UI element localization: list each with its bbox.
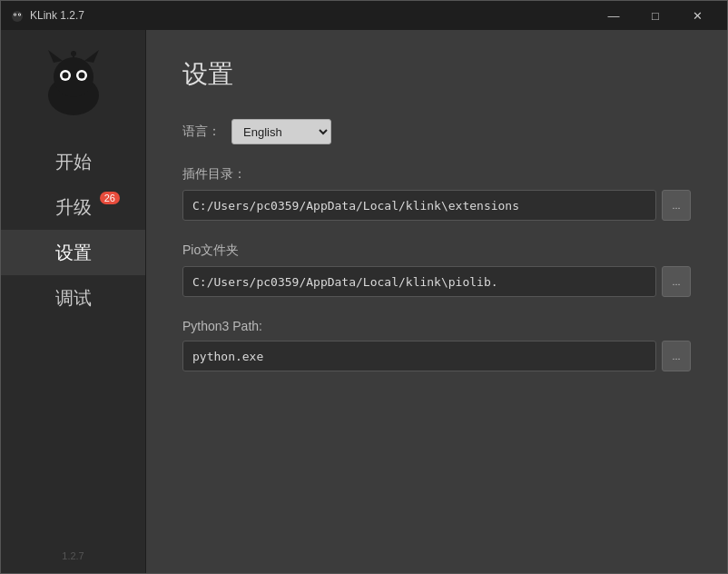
svg-point-3	[15, 14, 15, 15]
svg-point-4	[19, 14, 20, 15]
language-select[interactable]: English 中文	[231, 119, 331, 144]
app-title: KLink 1.2.7	[30, 9, 593, 22]
sidebar-label-upgrade: 升级	[55, 195, 92, 220]
pio-folder-input-group: ...	[182, 266, 691, 297]
minimize-button[interactable]: —	[593, 1, 635, 30]
svg-marker-7	[48, 50, 63, 63]
sidebar-label-debug: 调试	[55, 286, 92, 311]
app-logo	[37, 48, 110, 121]
sidebar-item-start[interactable]: 开始	[1, 139, 145, 184]
python-path-browse-button[interactable]: ...	[662, 341, 691, 371]
plugin-dir-label: 插件目录：	[182, 166, 691, 183]
page-title: 设置	[182, 57, 691, 92]
close-button[interactable]: ✕	[676, 1, 718, 30]
svg-marker-8	[84, 50, 99, 63]
language-label: 语言：	[182, 124, 221, 140]
version-label: 1.2.7	[62, 541, 84, 570]
sidebar-item-debug[interactable]: 调试	[1, 275, 145, 321]
python-path-label: Python3 Path:	[182, 319, 691, 333]
python-path-row: Python3 Path: ...	[182, 319, 691, 371]
language-row: 语言： English 中文	[182, 119, 691, 144]
svg-point-13	[71, 51, 76, 56]
sidebar-label-start: 开始	[55, 150, 92, 174]
sidebar-item-upgrade[interactable]: 升级 26	[1, 184, 145, 230]
window-controls: — □ ✕	[593, 1, 718, 30]
sidebar-item-settings[interactable]: 设置	[1, 230, 145, 275]
pio-folder-row: Pio文件夹 ...	[182, 242, 691, 297]
nav-items: 开始 升级 26 设置 调试	[1, 139, 145, 541]
app-body: 开始 升级 26 设置 调试 1.2.7 设置 语言： English	[1, 30, 727, 574]
pio-folder-input[interactable]	[182, 266, 656, 297]
maximize-button[interactable]: □	[635, 1, 676, 30]
python-path-input-group: ...	[182, 341, 691, 371]
sidebar-label-settings: 设置	[55, 241, 92, 265]
titlebar: KLink 1.2.7 — □ ✕	[1, 1, 727, 30]
app-icon	[10, 8, 25, 23]
plugin-dir-input[interactable]	[182, 190, 656, 221]
python-path-input[interactable]	[182, 341, 656, 371]
settings-form: 语言： English 中文 插件目录： ... Pio文件夹 .	[182, 119, 691, 371]
svg-point-12	[78, 73, 84, 79]
svg-point-6	[54, 57, 93, 97]
main-content: 设置 语言： English 中文 插件目录： ... Pio文件夹	[146, 30, 727, 574]
svg-point-11	[62, 73, 68, 79]
pio-folder-label: Pio文件夹	[182, 242, 691, 259]
plugin-dir-input-group: ...	[182, 190, 691, 221]
pio-folder-browse-button[interactable]: ...	[662, 266, 691, 297]
plugin-dir-browse-button[interactable]: ...	[662, 190, 691, 221]
sidebar: 开始 升级 26 设置 调试 1.2.7	[1, 30, 146, 574]
upgrade-badge: 26	[100, 192, 120, 204]
plugin-dir-row: 插件目录： ...	[182, 166, 691, 221]
svg-point-0	[12, 11, 23, 22]
version-text: 1.2.7	[62, 550, 84, 561]
